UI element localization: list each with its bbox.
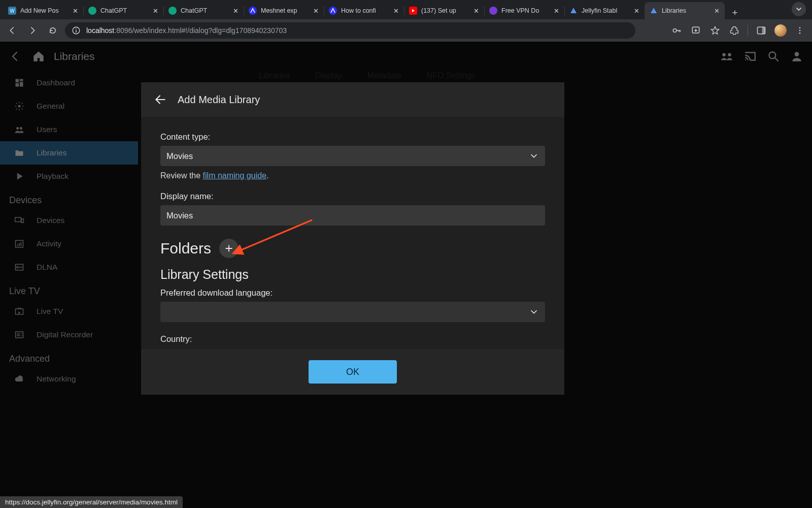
back-button[interactable] xyxy=(4,22,20,39)
svg-rect-6 xyxy=(762,27,765,34)
browser-tab-active[interactable]: Libraries ✕ xyxy=(645,2,725,19)
tab-title: Libraries xyxy=(662,7,709,14)
new-tab-button[interactable]: ＋ xyxy=(728,5,742,19)
svg-point-7 xyxy=(799,27,801,28)
browser-chrome: W Add New Pos ✕ ChatGPT ✕ ChatGPT ✕ Mesh… xyxy=(0,0,812,42)
favicon-nord-icon xyxy=(329,7,337,15)
profile-avatar[interactable] xyxy=(772,22,789,39)
tab-title: ChatGPT xyxy=(100,7,148,14)
site-info-icon[interactable] xyxy=(71,25,81,36)
content-type-select[interactable]: Movies xyxy=(160,146,545,166)
add-folder-button[interactable] xyxy=(219,239,239,258)
browser-tab[interactable]: (137) Set up ✕ xyxy=(404,2,484,19)
dialog-footer: OK xyxy=(141,349,564,395)
svg-point-3 xyxy=(673,29,676,33)
favicon-wordpress-icon: W xyxy=(8,7,16,15)
all-tabs-button[interactable] xyxy=(792,2,806,16)
tab-close-icon[interactable]: ✕ xyxy=(713,7,721,15)
dialog-body: Content type: Movies Review the film nam… xyxy=(141,117,564,349)
favicon-jellyfin-icon xyxy=(650,7,658,15)
preferred-language-label: Preferred download language: xyxy=(160,288,545,298)
jellyfin-app: Libraries Dashboard General xyxy=(0,42,812,508)
browser-tab[interactable]: W Add New Pos ✕ xyxy=(3,2,83,19)
favicon-chatgpt-icon xyxy=(168,7,177,15)
browser-tab[interactable]: Meshnet exp ✕ xyxy=(244,2,324,19)
ok-button[interactable]: OK xyxy=(309,360,397,384)
browser-toolbar: localhost:8096/web/index.html#!/dialog?d… xyxy=(0,19,812,42)
tab-close-icon[interactable]: ✕ xyxy=(472,7,480,15)
display-name-value: Movies xyxy=(166,211,193,220)
omnibox[interactable]: localhost:8096/web/index.html#!/dialog?d… xyxy=(65,22,635,39)
content-type-value: Movies xyxy=(166,151,193,161)
reload-button[interactable] xyxy=(45,22,61,39)
browser-tab[interactable]: How to confi ✕ xyxy=(324,2,404,19)
svg-point-8 xyxy=(799,30,801,31)
tab-close-icon[interactable]: ✕ xyxy=(312,7,320,15)
film-naming-guide-link[interactable]: film naming guide xyxy=(203,171,266,180)
svg-rect-2 xyxy=(76,28,77,29)
tab-close-icon[interactable]: ✕ xyxy=(151,7,159,15)
dialog-title: Add Media Library xyxy=(178,94,260,106)
tab-title: How to confi xyxy=(341,7,389,14)
dialog-header: Add Media Library xyxy=(141,82,564,117)
favicon-jellyfin-icon xyxy=(569,7,578,15)
chevron-down-icon xyxy=(529,307,539,317)
favicon-vpn-icon xyxy=(489,7,497,15)
library-settings-heading: Library Settings xyxy=(160,267,545,282)
tab-title: (137) Set up xyxy=(421,7,469,14)
password-key-icon[interactable] xyxy=(668,22,685,39)
tab-title: Free VPN Do xyxy=(501,7,549,14)
browser-tab[interactable]: Free VPN Do ✕ xyxy=(484,2,564,19)
extensions-icon[interactable] xyxy=(726,22,742,39)
display-name-label: Display name: xyxy=(160,192,545,201)
browser-tab[interactable]: Jellyfin Stabl ✕ xyxy=(564,2,645,19)
omnibox-url: localhost:8096/web/index.html#!/dialog?d… xyxy=(86,26,287,35)
tab-close-icon[interactable]: ✕ xyxy=(71,7,79,15)
status-bar: https://docs.jellyfin.org/general/server… xyxy=(0,496,183,508)
tab-title: ChatGPT xyxy=(181,7,228,14)
favicon-chatgpt-icon xyxy=(88,7,96,15)
tab-close-icon[interactable]: ✕ xyxy=(392,7,400,15)
folders-heading: Folders xyxy=(160,240,211,257)
country-label: Country: xyxy=(160,334,545,344)
naming-guide-hint: Review the film naming guide. xyxy=(160,171,545,180)
divider xyxy=(748,25,748,36)
tab-title: Jellyfin Stabl xyxy=(582,7,629,14)
tab-close-icon[interactable]: ✕ xyxy=(632,7,640,15)
bookmark-star-icon[interactable] xyxy=(707,22,723,39)
tab-title: Add New Pos xyxy=(20,7,68,14)
favicon-youtube-icon xyxy=(409,7,417,15)
chrome-menu-icon[interactable] xyxy=(792,22,808,39)
add-media-library-dialog: Add Media Library Content type: Movies R… xyxy=(141,82,564,395)
display-name-input[interactable]: Movies xyxy=(160,205,545,226)
content-type-label: Content type: xyxy=(160,132,545,142)
install-app-icon[interactable] xyxy=(688,22,704,39)
dialog-back-button[interactable] xyxy=(151,90,170,109)
chevron-down-icon xyxy=(529,151,539,161)
svg-point-9 xyxy=(799,33,801,34)
browser-tab[interactable]: ChatGPT ✕ xyxy=(163,2,244,19)
preferred-language-select[interactable] xyxy=(160,302,545,322)
tab-close-icon[interactable]: ✕ xyxy=(552,7,560,15)
favicon-nord-icon xyxy=(249,7,257,15)
tab-title: Meshnet exp xyxy=(261,7,309,14)
forward-button[interactable] xyxy=(24,22,41,39)
browser-tabstrip: W Add New Pos ✕ ChatGPT ✕ ChatGPT ✕ Mesh… xyxy=(0,0,812,19)
svg-rect-1 xyxy=(76,30,77,33)
tab-close-icon[interactable]: ✕ xyxy=(231,7,240,15)
browser-tab[interactable]: ChatGPT ✕ xyxy=(83,2,163,19)
sidepanel-icon[interactable] xyxy=(753,22,769,39)
